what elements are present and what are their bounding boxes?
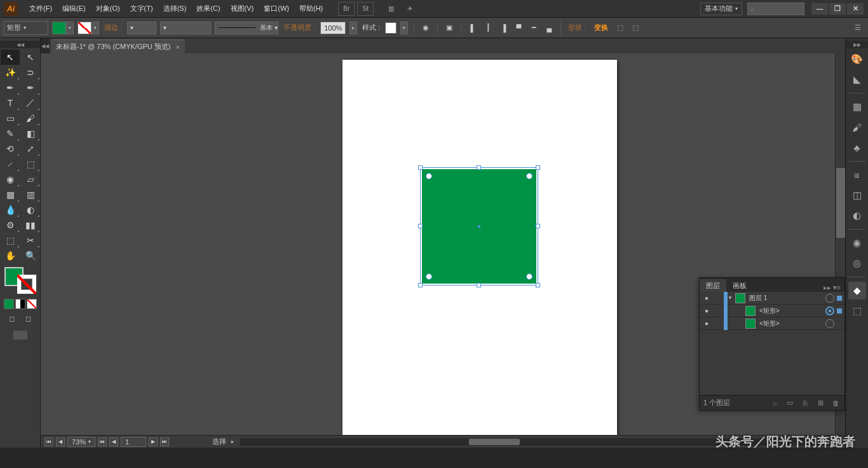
eraser-tool[interactable]: ◧ (21, 126, 40, 141)
draw-behind-icon[interactable]: ◻ (22, 313, 36, 324)
resize-handle[interactable] (418, 165, 423, 170)
target-icon[interactable] (825, 319, 834, 328)
slice-tool[interactable]: ✂ (21, 233, 40, 248)
corner-widget[interactable] (526, 173, 532, 179)
resize-handle[interactable] (418, 224, 423, 228)
resize-handle[interactable] (536, 224, 540, 228)
first-artboard-icon[interactable]: ⏮ (44, 437, 53, 446)
gradient-tool[interactable]: ▥ (21, 187, 40, 202)
panel-menu-icon[interactable]: ▸▸ ▾≡ (820, 284, 844, 292)
layers-panel-icon[interactable]: ◆ (848, 282, 866, 299)
pen-tool[interactable]: ✒ (1, 80, 20, 95)
close-button[interactable]: ✕ (847, 3, 864, 15)
stroke-label[interactable]: 描边 : (103, 23, 123, 32)
visibility-toggle-icon[interactable]: ● (700, 307, 714, 314)
stroke-weight[interactable]: ▾ (127, 22, 156, 34)
menu-object[interactable]: 对象(O) (91, 1, 125, 17)
tool-collapse[interactable]: ◀◀ (0, 41, 40, 48)
search-input[interactable]: ⌕ (747, 3, 804, 15)
align-right-icon[interactable]: ▐ (498, 22, 509, 34)
new-layer-icon[interactable]: ⊞ (815, 398, 825, 408)
color-mode-color[interactable] (4, 299, 14, 309)
resize-handle[interactable] (477, 165, 481, 170)
prev-artboard-icon[interactable]: ◀ (56, 437, 65, 446)
maximize-button[interactable]: ❐ (829, 3, 846, 15)
layer-name[interactable]: <矩形> (758, 306, 823, 315)
corner-widget[interactable] (426, 173, 432, 179)
resize-handle[interactable] (536, 165, 540, 170)
symbol-sprayer-tool[interactable]: ⚙ (1, 217, 20, 233)
hand-tool[interactable]: ✋ (1, 248, 20, 263)
line-tool[interactable]: ／ (21, 95, 40, 111)
brush-definition[interactable]: 基本▾ (215, 22, 278, 34)
graphic-styles-panel-icon[interactable]: ◎ (848, 254, 866, 272)
arrange-documents-icon[interactable]: ▥ (383, 2, 399, 16)
width-tool[interactable]: ⟋ (1, 156, 20, 172)
menu-help[interactable]: 帮助(H) (294, 1, 328, 17)
appearance-panel-icon[interactable]: ◉ (848, 234, 866, 252)
visibility-toggle-icon[interactable]: ● (700, 294, 714, 301)
delete-layer-icon[interactable]: 🗑 (831, 398, 841, 408)
fill-dropdown[interactable]: ▾ (66, 22, 74, 34)
corner-widget[interactable] (426, 273, 432, 280)
target-icon[interactable] (825, 294, 834, 303)
fill-color-swatch[interactable] (52, 22, 66, 34)
scale-tool[interactable]: ⤢ (21, 141, 40, 156)
target-icon[interactable] (825, 306, 834, 315)
layers-tab[interactable]: 图层 (700, 279, 726, 292)
fill-stroke-indicator[interactable] (4, 267, 36, 294)
perspective-tool[interactable]: ▱ (21, 172, 40, 187)
scrollbar-thumb[interactable] (469, 439, 520, 445)
zoom-level[interactable]: 73% ▾ (67, 437, 95, 447)
locate-object-icon[interactable]: ⌕ (770, 398, 780, 408)
shape-builder-tool[interactable]: ◉ (1, 172, 20, 187)
menu-type[interactable]: 文字(T) (125, 1, 158, 17)
stroke-width-profile[interactable]: ▾ (160, 22, 211, 34)
isolate-icon[interactable]: ⬚ (614, 22, 626, 34)
layer-name[interactable]: <矩形> (758, 319, 823, 328)
color-panel-icon[interactable]: 🎨 (848, 50, 866, 68)
gpu-preview-icon[interactable]: ✈ (402, 2, 418, 16)
curvature-tool[interactable]: ✒ (21, 80, 40, 95)
menu-edit[interactable]: 编辑(E) (57, 1, 91, 17)
nav-next-icon[interactable]: ▶ (149, 437, 158, 446)
edit-similar-icon[interactable]: ⬚ (630, 22, 641, 34)
layer-row[interactable]: ● ▼ 图层 1 (700, 292, 844, 305)
blend-tool[interactable]: ◐ (21, 202, 40, 217)
selection-tool[interactable]: ↖ (1, 50, 20, 65)
free-transform-tool[interactable]: ⬚ (21, 156, 40, 172)
align-to-selection-icon[interactable]: ▣ (444, 22, 455, 34)
brushes-panel-icon[interactable]: 🖌 (848, 118, 866, 136)
layer-row[interactable]: ● <矩形> (700, 317, 844, 330)
align-center-icon[interactable]: ┃ (482, 22, 494, 34)
scrollbar-thumb[interactable] (836, 168, 845, 238)
stroke-color-swatch[interactable] (78, 22, 92, 34)
control-menu-icon[interactable]: ☰ (851, 22, 864, 34)
symbols-panel-icon[interactable]: ♣ (848, 139, 866, 156)
layer-row[interactable]: ● <矩形> (700, 305, 844, 317)
align-middle-icon[interactable]: ━ (528, 22, 539, 34)
menu-window[interactable]: 窗口(W) (259, 1, 294, 17)
transparency-panel-icon[interactable]: ◐ (848, 207, 866, 224)
tab-close-icon[interactable]: × (175, 43, 179, 51)
artboard-tool[interactable]: ⬚ (1, 233, 20, 248)
align-bottom-icon[interactable]: ▄ (543, 22, 555, 34)
stroke-panel-icon[interactable]: ≡ (848, 166, 866, 184)
workspace-switcher[interactable]: 基本功能 ▾ (700, 3, 742, 15)
dock-collapse[interactable]: ▶▶ (846, 41, 868, 48)
eyedropper-tool[interactable]: 💧 (1, 202, 20, 217)
zoom-tool[interactable]: 🔍 (21, 248, 40, 263)
nav-first-icon[interactable]: ⏮ (98, 437, 107, 446)
nav-prev-icon[interactable]: ◀ (109, 437, 118, 446)
pencil-tool[interactable]: ✎ (1, 126, 20, 141)
artboards-panel-icon[interactable]: ⬚ (848, 302, 866, 320)
column-graph-tool[interactable]: ▮▮ (21, 217, 40, 233)
swatches-panel-icon[interactable]: ▦ (848, 98, 866, 116)
graphic-style-swatch[interactable] (385, 22, 397, 34)
recolor-icon[interactable]: ◉ (420, 22, 431, 34)
status-menu-icon[interactable]: ▸ (231, 439, 234, 444)
magic-wand-tool[interactable]: ✨ (1, 65, 20, 80)
lasso-tool[interactable]: ⊃ (21, 65, 40, 80)
expand-toggle-icon[interactable]: ▼ (728, 295, 735, 301)
stock-icon[interactable]: St (357, 2, 374, 16)
